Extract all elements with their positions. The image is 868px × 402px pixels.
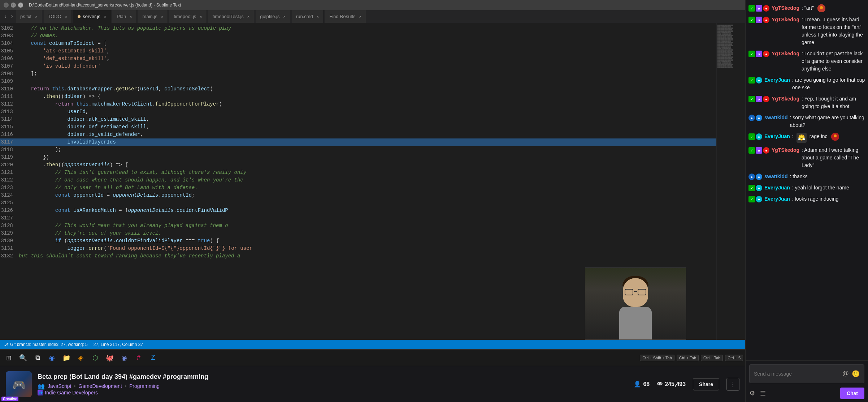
badges-4: ✓ ● — [748, 77, 762, 84]
code-line-3105: 3105 'atk_estimated_skill', — [0, 47, 716, 55]
taskbar-sublime[interactable]: ◈ — [74, 351, 87, 364]
tab-plan-label: Plan — [117, 14, 126, 19]
code-line-3121: 3121 // This isn't guaranteed to exist, … — [0, 169, 716, 176]
tab-timepool-label: timepool.js — [174, 14, 196, 19]
taskbar-chrome[interactable]: ◉ — [45, 351, 58, 364]
taskbar-slack[interactable]: # — [132, 351, 145, 364]
chat-message-2: ✓ ★ ● YgTSkedog : I mean...I guess it's … — [748, 16, 865, 46]
taskbar-discord[interactable]: ◉ — [118, 351, 131, 364]
tab-ps1-close[interactable]: × — [35, 14, 37, 19]
minimize-button[interactable]: − — [4, 3, 9, 8]
tab-ps1[interactable]: ps.txt × — [16, 10, 42, 23]
restore-button[interactable]: □ — [11, 3, 16, 8]
chat-input-icons: @ 🙂 — [842, 370, 860, 378]
code-line-3118: 3118 ); — [0, 146, 716, 154]
code-line-3104: 3104 const columnsToSelect = [ — [0, 40, 716, 47]
tab-todo-label: TODO — [48, 14, 61, 19]
emote-icon[interactable]: 🙂 — [852, 370, 860, 378]
tab-timepool[interactable]: timepool.js × — [169, 10, 207, 23]
chat-message-10: ✓ ● EveryJuan : yeah lol forgot the name — [748, 184, 865, 192]
username-2[interactable]: YgTSkedog — [772, 16, 799, 23]
code-line-3131: 3131 logger.error(`Found opponentId=${"{… — [0, 245, 716, 252]
tab-mainjs-close[interactable]: × — [161, 14, 163, 19]
tab-timepooltest-close[interactable]: × — [247, 14, 249, 19]
username-9[interactable]: swattkidd — [764, 173, 788, 180]
code-line-3109: 3109 — [0, 78, 716, 85]
code-line-3125: 3125 — [0, 199, 716, 207]
stream-title: Beta prep (Bot Land day 394) #gamedev #p… — [38, 373, 628, 381]
code-line-3124: 3124 const opponentId = opponentDetails.… — [0, 192, 716, 199]
username-8[interactable]: YgTSkedog — [772, 146, 799, 154]
tab-nav-left[interactable]: ‹ — [3, 13, 8, 20]
tab-gulpfile[interactable]: gulpfile.js × — [256, 10, 290, 23]
figure-head — [623, 278, 648, 307]
username-6[interactable]: swattkidd — [764, 114, 788, 121]
tag-javascript[interactable]: JavaScript — [48, 383, 71, 389]
code-line-3113: 3113 userId, — [0, 108, 716, 116]
tab-plan[interactable]: Plan × — [112, 10, 136, 23]
list-icon[interactable]: ☰ — [760, 389, 766, 397]
view-number: 245,493 — [665, 381, 686, 388]
green-badge-11: ● — [756, 196, 762, 202]
taskbar-zoom[interactable]: Z — [147, 351, 160, 364]
taskbar-node[interactable]: ⬡ — [89, 351, 102, 364]
green-badge-7: ● — [756, 133, 762, 140]
tab-server-close[interactable]: × — [104, 14, 106, 19]
settings-icon[interactable]: ⚙ — [749, 389, 755, 397]
tag-programming[interactable]: Programming — [129, 383, 160, 389]
username-7[interactable]: EveryJuan — [764, 133, 790, 140]
taskbar-start[interactable]: ⊞ — [2, 351, 15, 364]
tab-timepool-close[interactable]: × — [200, 14, 202, 19]
message-text-9: : thanks — [790, 173, 808, 180]
main-area: − □ × D:\Code\BotLand\bot-land\account_s… — [0, 0, 745, 402]
message-text-10: : yeah lol forgot the name — [792, 184, 849, 192]
username-11[interactable]: EveryJuan — [764, 195, 790, 203]
username-4[interactable]: EveryJuan — [764, 76, 790, 84]
taskbar-taskview[interactable]: ⧉ — [31, 351, 44, 364]
code-line-3117: 3117 invalidPlayerIds — [0, 138, 716, 146]
stream-thumbnail: 🎮 Creative — [6, 371, 32, 397]
close-button[interactable]: × — [18, 3, 23, 8]
stream-community[interactable]: 👥 Indie Game Developers — [38, 390, 628, 395]
username-1[interactable]: YgTSkedog — [772, 4, 799, 12]
code-line-3128: 3128 // This would mean that you already… — [0, 222, 716, 230]
more-options-button[interactable]: ⋮ — [726, 378, 739, 391]
message-text-7b: rage inc — [810, 133, 828, 140]
tab-plan-close[interactable]: × — [130, 14, 132, 19]
tab-runcmd[interactable]: run.cmd × — [292, 10, 324, 23]
chat-send-button[interactable]: Chat — [840, 388, 864, 399]
badges-7: ✓ ● — [748, 133, 762, 140]
badges-8: ✓ ★ ● — [748, 147, 769, 154]
tab-mainjs[interactable]: main.js × — [138, 10, 168, 23]
taskbar-search[interactable]: 🔍 — [17, 351, 30, 364]
share-button[interactable]: Share — [693, 378, 719, 390]
tag-gamedevelopment[interactable]: GameDevelopment — [78, 383, 122, 389]
chat-message-9: ● ● swattkidd : thanks — [748, 173, 865, 180]
tab-findresults[interactable]: Find Results × — [325, 10, 366, 23]
chat-message-input[interactable] — [754, 371, 839, 377]
streamer-figure — [607, 274, 664, 339]
svg-point-3 — [820, 6, 823, 9]
avatar-1 — [817, 4, 825, 12]
tab-gulpfile-close[interactable]: × — [283, 14, 285, 19]
tab-findresults-close[interactable]: × — [359, 14, 361, 19]
window-title: D:\Code\BotLand\bot-land\account_server\… — [29, 3, 181, 8]
taskbar-github[interactable]: 🐙 — [103, 351, 116, 364]
mod-badge: ✓ — [748, 5, 755, 12]
tab-todo[interactable]: TODO × — [44, 10, 72, 23]
code-line-3130: 3130 if (opponentDetails.couldntFindVali… — [0, 237, 716, 245]
status-git: ⎇ Git branch: master, index: 27, working… — [4, 342, 88, 347]
git-branch-text: Git branch: master, index: 27, working: … — [10, 342, 88, 347]
mention-icon[interactable]: @ — [842, 370, 849, 378]
username-5[interactable]: YgTSkedog — [772, 95, 799, 103]
tab-server[interactable]: server.js × — [73, 10, 111, 23]
chat-message-1: ✓ ★ ● YgTSkedog : "art" — [748, 4, 865, 12]
username-3[interactable]: YgTSkedog — [772, 50, 799, 57]
tab-todo-close[interactable]: × — [65, 14, 67, 19]
message-text-2: : I mean...I guess it's hard for me to f… — [802, 16, 865, 46]
taskbar-folder[interactable]: 📁 — [60, 351, 73, 364]
tab-runcmd-close[interactable]: × — [317, 14, 319, 19]
tab-timepooltest[interactable]: timepoolTest.js × — [208, 10, 254, 23]
tab-nav-right[interactable]: › — [9, 13, 14, 20]
username-10[interactable]: EveryJuan — [764, 184, 790, 192]
